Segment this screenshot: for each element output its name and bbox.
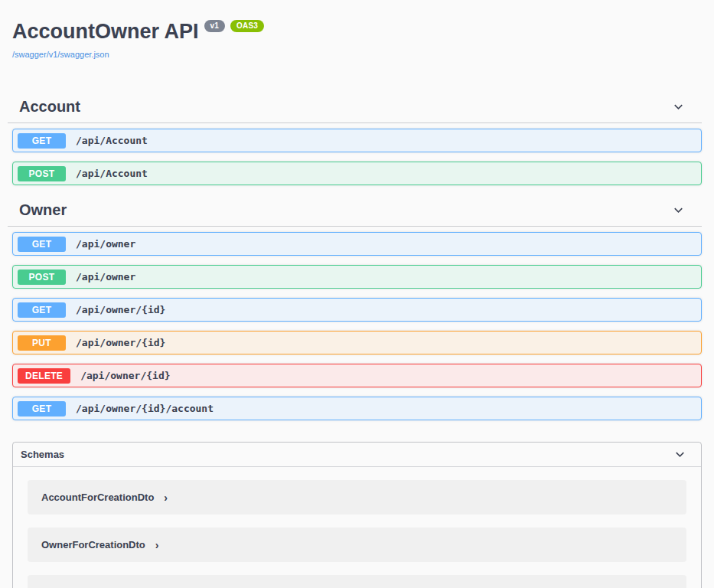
chevron-down-icon[interactable] xyxy=(671,100,686,114)
swagger-ui-root: AccountOwner APIv1OAS3 /swagger/v1/swagg… xyxy=(0,0,714,588)
operation-path: /api/owner/{id}/account xyxy=(76,403,214,414)
method-badge: GET xyxy=(18,302,66,318)
opblock-get-/api/owner[interactable]: GET/api/owner xyxy=(12,232,702,256)
tag-section-account: AccountGET/api/AccountPOST/api/Account xyxy=(12,91,702,185)
model-card-OwnerForUpdateDto[interactable]: OwnerForUpdateDto› xyxy=(28,575,686,588)
tag-sections: AccountGET/api/AccountPOST/api/AccountOw… xyxy=(12,91,702,420)
tag-header-owner[interactable]: Owner xyxy=(8,194,702,227)
schemas-title: Schemas xyxy=(21,449,64,460)
method-badge: POST xyxy=(18,270,66,285)
schemas-list: AccountForCreationDto›OwnerForCreationDt… xyxy=(13,467,701,588)
schemas-section: Schemas AccountForCreationDto›OwnerForCr… xyxy=(12,442,702,588)
version-badge: v1 xyxy=(204,20,226,32)
operation-path: /api/owner/{id} xyxy=(80,370,170,381)
operations-list: GET/api/ownerPOST/api/ownerGET/api/owner… xyxy=(12,227,702,420)
operation-path: /api/owner/{id} xyxy=(76,337,165,348)
operation-path: /api/owner/{id} xyxy=(76,304,165,315)
tag-section-owner: OwnerGET/api/ownerPOST/api/ownerGET/api/… xyxy=(12,194,702,420)
schemas-header[interactable]: Schemas xyxy=(13,443,701,467)
model-card-OwnerForCreationDto[interactable]: OwnerForCreationDto› xyxy=(28,528,686,562)
opblock-post-/api/Account[interactable]: POST/api/Account xyxy=(12,162,702,185)
operation-path: /api/Account xyxy=(76,168,148,179)
operation-path: /api/owner xyxy=(76,271,135,283)
opblock-post-/api/owner[interactable]: POST/api/owner xyxy=(12,265,702,289)
opblock-get-/api/owner/{id}[interactable]: GET/api/owner/{id} xyxy=(12,298,702,322)
method-badge: GET xyxy=(18,237,66,252)
operation-path: /api/Account xyxy=(76,135,148,146)
method-badge: POST xyxy=(18,166,66,181)
tag-title: Owner xyxy=(19,201,67,219)
api-title-text: AccountOwner API xyxy=(12,20,199,43)
method-badge: GET xyxy=(18,133,66,149)
chevron-down-icon[interactable] xyxy=(673,447,687,462)
method-badge: DELETE xyxy=(18,368,70,384)
api-info: AccountOwner APIv1OAS3 /swagger/v1/swagg… xyxy=(12,0,702,60)
tag-header-account[interactable]: Account xyxy=(8,91,702,123)
opblock-get-/api/Account[interactable]: GET/api/Account xyxy=(12,129,702,152)
opblock-get-/api/owner/{id}/account[interactable]: GET/api/owner/{id}/account xyxy=(12,397,702,420)
oas3-badge: OAS3 xyxy=(230,20,264,32)
chevron-down-icon[interactable] xyxy=(671,203,686,217)
method-badge: PUT xyxy=(18,335,66,351)
operations-list: GET/api/AccountPOST/api/Account xyxy=(12,123,702,185)
model-card-AccountForCreationDto[interactable]: AccountForCreationDto› xyxy=(28,480,686,514)
model-name: OwnerForCreationDto xyxy=(41,539,145,550)
operation-path: /api/owner xyxy=(76,238,135,250)
spec-link[interactable]: /swagger/v1/swagger.json xyxy=(12,50,109,59)
opblock-put-/api/owner/{id}[interactable]: PUT/api/owner/{id} xyxy=(12,331,702,354)
chevron-right-icon[interactable]: › xyxy=(164,492,168,504)
method-badge: GET xyxy=(18,401,66,416)
page-title: AccountOwner APIv1OAS3 xyxy=(12,20,702,43)
model-name: AccountForCreationDto xyxy=(41,492,154,503)
opblock-delete-/api/owner/{id}[interactable]: DELETE/api/owner/{id} xyxy=(12,364,702,387)
chevron-right-icon[interactable]: › xyxy=(155,539,159,551)
tag-title: Account xyxy=(19,98,80,116)
